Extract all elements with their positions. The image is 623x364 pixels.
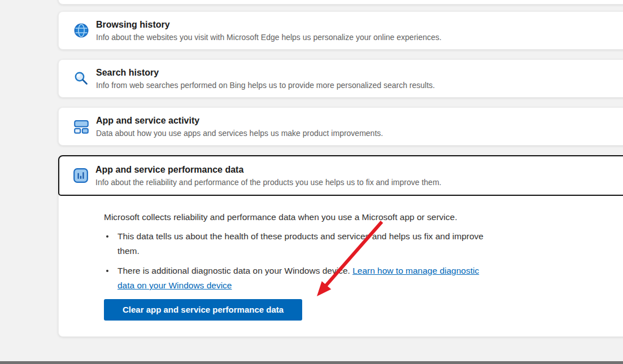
card-partial-top[interactable] [58,0,623,5]
list-item: There is additional diagnostic data on y… [104,264,622,293]
globe-icon [74,23,89,38]
card-description: Info about the reliability and performan… [95,177,441,188]
list-item: This data tells us about the health of t… [104,229,622,258]
card-search-history[interactable]: Search history Info from web searches pe… [58,59,623,98]
card-description: Info from web searches performed on Bing… [96,80,435,91]
card-header: Browsing history Info about the websites… [59,12,623,49]
performance-data-panel: Microsoft collects reliability and perfo… [59,195,623,321]
card-header-app-service-performance[interactable]: App and service performance data Info ab… [58,155,623,196]
bullet-text: This data tells us about the health of t… [117,229,483,258]
bar-chart-icon [73,168,88,183]
app-windows-icon [74,119,89,134]
card-browsing-history[interactable]: Browsing history Info about the websites… [58,11,623,50]
bullet-text-plain: There is additional diagnostic data on y… [117,266,352,275]
bullet-text: There is additional diagnostic data on y… [117,264,479,293]
privacy-dashboard-page: Browsing history Info about the websites… [0,0,623,364]
card-title: App and service performance data [95,164,441,176]
card-description: Info about the websites you visit with M… [96,32,442,43]
card-app-service-performance: App and service performance data Info ab… [58,155,623,337]
card-title: Search history [96,67,435,79]
card-app-service-activity[interactable]: App and service activity Data about how … [58,107,623,146]
card-header: App and service activity Data about how … [59,108,623,145]
card-description: Data about how you use apps and services… [96,128,383,139]
bullet-dot [106,235,108,238]
panel-intro-text: Microsoft collects reliability and perfo… [104,210,622,225]
card-header: Search history Info from web searches pe… [59,60,623,97]
card-title: Browsing history [96,19,442,31]
footer-top-edge [0,361,623,364]
bullet-dot [106,270,108,272]
panel-bullet-list: This data tells us about the health of t… [104,229,622,293]
card-title: App and service activity [96,115,383,127]
clear-performance-data-button[interactable]: Clear app and service performance data [104,299,302,321]
search-icon [74,71,89,86]
